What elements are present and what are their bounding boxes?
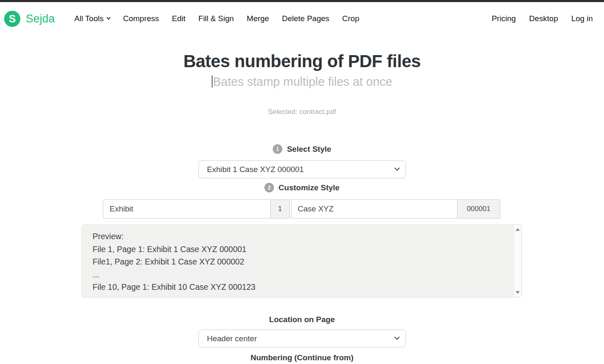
brand-name: Sejda (26, 12, 55, 25)
nav-item-desktop[interactable]: Desktop (529, 14, 558, 23)
page-subtitle[interactable]: Bates stamp multiple files at once (0, 75, 604, 89)
style-select[interactable]: Exhibit 1 Case XYZ 000001 (198, 160, 406, 178)
nav-item-label: Crop (342, 14, 359, 23)
middle-text-input[interactable] (291, 199, 457, 218)
nav-item-label: Merge (247, 14, 269, 23)
nav-item-label: All Tools (74, 14, 103, 23)
sejda-logo-icon: S (4, 11, 20, 27)
step-1-heading: 1 Select Style (0, 144, 604, 154)
secondary-nav: Pricing Desktop Log in (492, 14, 593, 23)
text-cursor-icon (212, 75, 213, 87)
nav-item-label: Desktop (529, 14, 558, 23)
nav-item-merge[interactable]: Merge (247, 14, 269, 23)
nav-item-fill-sign[interactable]: Fill & Sign (198, 14, 234, 23)
nav-item-pricing[interactable]: Pricing (492, 14, 516, 23)
step-1-badge: 1 (273, 144, 282, 154)
step-2-title: Customize Style (279, 183, 340, 192)
step-1-title: Select Style (287, 145, 331, 154)
location-select[interactable]: Header center (198, 330, 406, 347)
nav-item-crop[interactable]: Crop (342, 14, 359, 23)
start-number-box: 1 (270, 199, 290, 218)
scroll-up-icon[interactable] (516, 228, 520, 231)
nav-item-label: Delete Pages (282, 14, 329, 23)
main-nav: All Tools Compress Edit Fill & Sign Merg… (74, 14, 359, 23)
preview-line: ... (93, 268, 505, 281)
nav-item-label: Fill & Sign (198, 14, 234, 23)
nav-item-label: Edit (172, 14, 186, 23)
brand-logo[interactable]: S Sejda (4, 11, 55, 27)
preview-line: File 1, Page 1: Exhibit 1 Case XYZ 00000… (93, 243, 505, 256)
nav-item-edit[interactable]: Edit (172, 14, 186, 23)
nav-item-label: Compress (123, 14, 159, 23)
nav-item-label: Pricing (492, 14, 516, 23)
nav-item-all-tools[interactable]: All Tools (74, 14, 110, 23)
subtitle-text: Bates stamp multiple files at once (213, 75, 392, 88)
location-select-wrap: Header center (198, 330, 406, 347)
selected-file-label: Selected: contract.pdf (0, 108, 604, 116)
style-select-wrap: Exhibit 1 Case XYZ 000001 (198, 160, 406, 178)
nav-item-delete-pages[interactable]: Delete Pages (282, 14, 329, 23)
location-on-page-title: Location on Page (0, 315, 604, 324)
customize-style-row: 1 000001 (103, 199, 500, 218)
preview-line: File 10, Page 1: Exhibit 10 Case XYZ 000… (93, 281, 505, 294)
step-2-badge: 2 (264, 183, 274, 192)
nav-item-login[interactable]: Log in (571, 14, 593, 23)
preview-line: Preview: (93, 230, 505, 243)
prefix-input[interactable] (103, 199, 271, 218)
scroll-down-icon[interactable] (516, 291, 520, 294)
numbering-title: Numbering (Continue from) (0, 353, 604, 362)
nav-item-compress[interactable]: Compress (123, 14, 159, 23)
padded-counter-box: 000001 (457, 199, 500, 218)
preview-line: File1, Page 2: Exhibit 1 Case XYZ 000002 (93, 255, 505, 268)
preview-scrollbar[interactable] (514, 225, 521, 297)
page-title: Bates numbering of PDF files (0, 51, 604, 71)
chevron-down-icon (107, 16, 111, 20)
nav-item-label: Log in (571, 14, 593, 23)
navbar: S Sejda All Tools Compress Edit Fill & S… (0, 2, 604, 35)
step-2-heading: 2 Customize Style (0, 183, 604, 192)
preview-box: Preview: File 1, Page 1: Exhibit 1 Case … (81, 224, 522, 298)
